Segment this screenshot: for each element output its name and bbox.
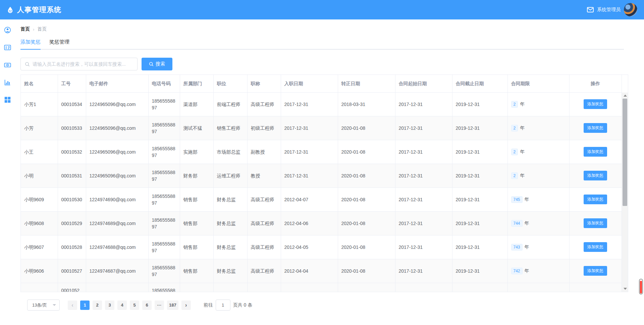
duration-unit: 年 [520,101,525,107]
cell-dept: 实施部 [180,140,213,164]
next-page-button[interactable]: › [181,301,191,310]
cell-contract-end: 2019-12-31 [452,116,507,140]
page-button[interactable]: 2 [93,301,102,310]
add-reward-button[interactable]: 添加奖惩 [584,147,607,157]
scroll-up-icon[interactable] [624,95,627,97]
sidebar-item-idcard[interactable] [4,44,11,51]
cell-name: 小明9608 [21,211,58,235]
page-size-select[interactable]: 13条/页 [27,300,60,311]
cell-phone: 18565558897 [148,164,180,187]
cell-position: 销售工程师 [213,116,247,140]
cell-phone: 18565558897 [148,187,180,211]
cell-email: 1224965096@qq.com [86,164,148,187]
search-row: 搜索 [20,58,644,70]
search-box [20,58,138,70]
scrollbar-thumb[interactable] [623,99,627,206]
page-scrollbar[interactable] [639,279,643,294]
cell-contract-end: 2019-12-31 [452,259,507,283]
goto-page-input[interactable] [216,300,230,311]
cell-phone: 18565558897 [148,259,180,283]
page-button[interactable]: 3 [105,301,114,310]
col-id: 工号 [58,75,86,92]
cell-name: 小明9607 [21,235,58,259]
add-reward-button[interactable]: 添加奖惩 [584,266,607,276]
sidebar-item-employee[interactable] [4,26,11,34]
current-user-name[interactable]: 系统管理员 [597,7,621,13]
sidebar-item-modules[interactable] [4,96,11,103]
cell-phone: 18565558897 [148,211,180,235]
employee-table: 姓名 工号 电子邮件 电话号码 所属部门 职位 职称 入职日期 转正日期 合同起… [20,74,628,292]
col-hire-date: 入职日期 [281,75,338,92]
table-row: 小明9607 00010528 1224974688@qq.com 185655… [21,235,622,259]
cell-contract-start: 2017-12-31 [395,259,452,283]
cell-name: 小明9609 [21,187,58,211]
cell-duration: 745年 [507,187,569,211]
add-reward-button[interactable]: 添加奖惩 [584,195,607,204]
duration-unit: 年 [520,125,525,130]
cell-name: 小王 [21,140,58,164]
page-button[interactable]: 5 [130,301,139,310]
cell-title: 高级工程师 [247,187,281,211]
cell-regular-date: 2020-01-08 [338,164,395,187]
avatar[interactable] [624,3,637,16]
duration-unit: 年 [520,173,525,178]
cell-id: 00010532 [58,140,86,164]
col-email: 电子邮件 [86,75,148,92]
cell-dept: 销售部 [180,187,213,211]
cell-email: 1224974688@qq.com [86,235,148,259]
page-button[interactable]: 187 [167,301,178,310]
cell-hire-date: 2017-12-31 [281,116,338,140]
col-position: 职位 [213,75,247,92]
cell-position: 市场部总监 [213,140,247,164]
prev-page-button[interactable]: ‹ [68,301,77,310]
table-scrollbar[interactable] [622,93,628,292]
add-reward-button[interactable]: 添加奖惩 [584,218,607,228]
add-reward-button[interactable]: 添加奖惩 [584,171,607,180]
page-button[interactable]: 1 [80,301,90,310]
cell-email: 1224965096@qq.com [86,140,148,164]
cell-contract-start: 2017-12-31 [395,140,452,164]
col-name: 姓名 [21,75,58,92]
add-reward-button[interactable]: 添加奖惩 [584,123,607,133]
duration-badge: 742 [511,268,523,274]
search-button[interactable]: 搜索 [142,58,172,70]
cell-dept: 销售部 [180,211,213,235]
mail-icon[interactable] [587,7,594,12]
cell-contract-start: 2017-12-31 [395,211,452,235]
cell-contract-start: 2017-12-31 [395,92,452,116]
page-scrollbar-thumb[interactable] [640,281,642,293]
page-button[interactable]: ··· [155,301,164,310]
cell-contract-start: 2017-12-31 [395,187,452,211]
duration-badge: 743 [511,244,523,251]
cell-duration: 2年 [507,164,569,187]
sidebar-item-salary[interactable] [4,61,11,68]
sidebar-item-statistics[interactable] [4,79,11,86]
tab-manage-reward[interactable]: 奖惩管理 [49,39,69,50]
cell-dept: 销售部 [180,259,213,283]
cell-id: 00010529 [58,211,86,235]
scroll-down-icon[interactable] [624,288,627,290]
breadcrumb-current: 首页 [37,26,47,32]
page-button[interactable]: 6 [142,301,152,310]
add-reward-button[interactable]: 添加奖惩 [584,242,607,252]
add-reward-button[interactable]: 添加奖惩 [584,99,607,109]
cell-id: 00010533 [58,116,86,140]
cell-duration: 2年 [507,140,569,164]
search-icon [25,62,30,67]
cell-phone: 18565558897 [148,116,180,140]
page-button[interactable]: 4 [117,301,127,310]
cell-contract-start: 2017-12-31 [395,235,452,259]
cell-regular-date: 2018-03-31 [338,92,395,116]
cell-action: 添加奖惩 [569,259,622,283]
search-icon [149,62,154,66]
duration-unit: 年 [525,268,529,273]
tab-add-reward[interactable]: 添加奖惩 [20,39,41,50]
duration-unit: 年 [520,149,525,154]
breadcrumb-home[interactable]: 首页 [20,26,30,32]
search-input[interactable] [33,61,133,67]
cell-regular-date: 2020-01-08 [338,259,395,283]
cell-id: 00010534 [58,92,86,116]
cell-title: 高级工程师 [247,92,281,116]
cell-duration: 2年 [507,116,569,140]
table-row: 小明9606 00010527 1224974687@qq.com 185655… [21,259,622,283]
